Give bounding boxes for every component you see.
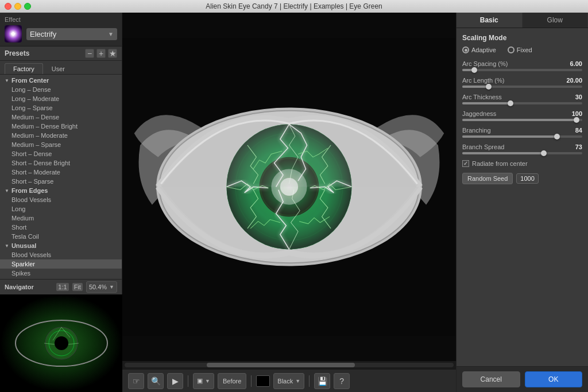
- branch-spread-value: 73: [565, 143, 582, 150]
- branching-slider[interactable]: [462, 135, 582, 138]
- arc-spacing-slider[interactable]: [462, 69, 582, 71]
- list-item[interactable]: Medium – Dense: [0, 112, 122, 122]
- zoom-tool-button[interactable]: 🔍: [148, 373, 164, 389]
- adaptive-radio[interactable]: Adaptive: [462, 46, 496, 53]
- maximize-button[interactable]: [24, 3, 31, 10]
- canvas-content[interactable]: [122, 13, 456, 361]
- branching-fill: [462, 135, 557, 138]
- chevron-down-icon: ▼: [205, 378, 210, 384]
- rect-tool-dropdown[interactable]: ▣ ▼: [193, 373, 214, 389]
- arc-spacing-thumb[interactable]: [471, 67, 477, 73]
- save-button[interactable]: 💾: [314, 373, 330, 389]
- random-seed-button[interactable]: Random Seed: [462, 173, 513, 184]
- horizontal-scrollbar[interactable]: [125, 363, 454, 367]
- tab-user[interactable]: User: [43, 63, 74, 74]
- jaggedness-thumb[interactable]: [574, 117, 579, 123]
- effect-label: Effect: [5, 16, 117, 23]
- arc-length-slider[interactable]: [462, 86, 582, 88]
- list-item[interactable]: Spikes: [0, 269, 122, 278]
- jaggedness-slider[interactable]: [462, 119, 582, 121]
- list-item[interactable]: Blood Vessels: [0, 195, 122, 204]
- group-from-center[interactable]: ▼ From Center: [0, 76, 122, 85]
- branch-spread-slider[interactable]: [462, 152, 582, 154]
- arc-thickness-param: Arc Thickness 30: [462, 94, 582, 104]
- zoom-percent-dropdown[interactable]: 50.4% ▼: [86, 281, 117, 293]
- list-item[interactable]: Long – Sparse: [0, 103, 122, 112]
- window-controls[interactable]: [5, 3, 31, 10]
- navigator-header: Navigator 1:1 Fit 50.4% ▼: [0, 280, 122, 294]
- canvas-area: ☞ 🔍 ▶ ▣ ▼ Before Black ▼ 💾 ?: [122, 13, 456, 392]
- list-item-sparkler[interactable]: Sparkler: [0, 259, 122, 269]
- list-item[interactable]: Long – Dense: [0, 85, 122, 94]
- effect-name: Electrify: [30, 30, 56, 38]
- list-item[interactable]: Short – Moderate: [0, 168, 122, 177]
- fixed-radio[interactable]: Fixed: [508, 46, 532, 53]
- close-button[interactable]: [5, 3, 11, 10]
- expand-icon: ▼: [5, 243, 9, 249]
- toolbar-separator: [251, 375, 252, 387]
- zoom-fit-button[interactable]: Fit: [72, 283, 83, 291]
- arc-spacing-value: 6.00: [565, 60, 582, 67]
- list-item[interactable]: Medium: [0, 214, 122, 223]
- remove-preset-button[interactable]: −: [85, 49, 94, 58]
- list-item[interactable]: Medium – Sparse: [0, 140, 122, 149]
- group-from-edges[interactable]: ▼ From Edges: [0, 186, 122, 195]
- titlebar: Alien Skin Eye Candy 7 | Electrify | Exa…: [0, 0, 588, 13]
- zoom-value: 50.4%: [89, 284, 107, 290]
- list-item[interactable]: Short – Dense Bright: [0, 158, 122, 168]
- right-panel-footer: Cancel OK: [457, 366, 588, 392]
- minimize-button[interactable]: [14, 3, 21, 10]
- branch-spread-thumb[interactable]: [541, 150, 547, 156]
- branch-spread-param: Branch Spread 73: [462, 143, 582, 154]
- radiate-checkbox-row[interactable]: Radiate from center: [462, 160, 582, 167]
- branch-spread-fill: [462, 152, 544, 154]
- branching-param: Branching 84: [462, 127, 582, 138]
- ok-button[interactable]: OK: [525, 371, 583, 387]
- radio-adaptive-indicator: [462, 46, 469, 53]
- presets-header: Presets − + ★: [0, 46, 122, 61]
- arc-thickness-label: Arc Thickness: [462, 94, 502, 100]
- group-unusual[interactable]: ▼ Unusual: [0, 241, 122, 250]
- list-item[interactable]: Short: [0, 223, 122, 232]
- scrollbar-thumb[interactable]: [207, 363, 355, 367]
- branching-thumb[interactable]: [554, 134, 560, 139]
- arc-thickness-slider[interactable]: [462, 102, 582, 104]
- zoom-1to1-button[interactable]: 1:1: [56, 283, 68, 291]
- black-label: Black: [277, 378, 293, 385]
- list-item[interactable]: Blood Vessels: [0, 250, 122, 259]
- radiate-checkbox[interactable]: [462, 160, 469, 167]
- list-item[interactable]: Long: [0, 204, 122, 214]
- add-preset-button[interactable]: +: [96, 49, 106, 58]
- cancel-button[interactable]: Cancel: [462, 371, 520, 387]
- toolbar-separator: [188, 375, 188, 387]
- arc-length-thumb[interactable]: [486, 84, 492, 90]
- random-seed-value[interactable]: 1000: [516, 173, 538, 184]
- tab-basic[interactable]: Basic: [457, 13, 523, 28]
- help-button[interactable]: ?: [334, 373, 350, 389]
- list-item[interactable]: Short – Dense: [0, 149, 122, 158]
- list-item[interactable]: Tesla Coil: [0, 232, 122, 241]
- tab-factory[interactable]: Factory: [5, 63, 43, 74]
- arc-thickness-thumb[interactable]: [508, 100, 513, 106]
- arc-length-value: 20.00: [565, 77, 582, 84]
- background-color-dropdown[interactable]: Black ▼: [273, 373, 304, 389]
- before-button[interactable]: Before: [218, 373, 246, 389]
- list-item[interactable]: Short – Sparse: [0, 177, 122, 186]
- arrow-tool-button[interactable]: ▶: [167, 373, 183, 389]
- effect-icon: [5, 25, 22, 42]
- branching-label-row: Branching 84: [462, 127, 582, 134]
- tab-glow[interactable]: Glow: [523, 13, 589, 28]
- navigator-label: Navigator: [5, 284, 53, 290]
- hand-tool-button[interactable]: ☞: [128, 373, 144, 389]
- presets-label: Presets: [5, 49, 83, 57]
- effect-name-dropdown[interactable]: Electrify ▼: [26, 28, 117, 40]
- branch-spread-label-row: Branch Spread 73: [462, 143, 582, 150]
- list-item[interactable]: Long – Moderate: [0, 94, 122, 103]
- list-item[interactable]: Medium – Dense Bright: [0, 122, 122, 131]
- list-item[interactable]: Medium – Moderate: [0, 131, 122, 140]
- fixed-label: Fixed: [517, 46, 532, 53]
- preset-list[interactable]: ▼ From Center Long – Dense Long – Modera…: [0, 75, 122, 279]
- pin-preset-button[interactable]: ★: [108, 49, 117, 58]
- branching-label: Branching: [462, 127, 491, 134]
- effect-row: Electrify ▼: [5, 25, 117, 42]
